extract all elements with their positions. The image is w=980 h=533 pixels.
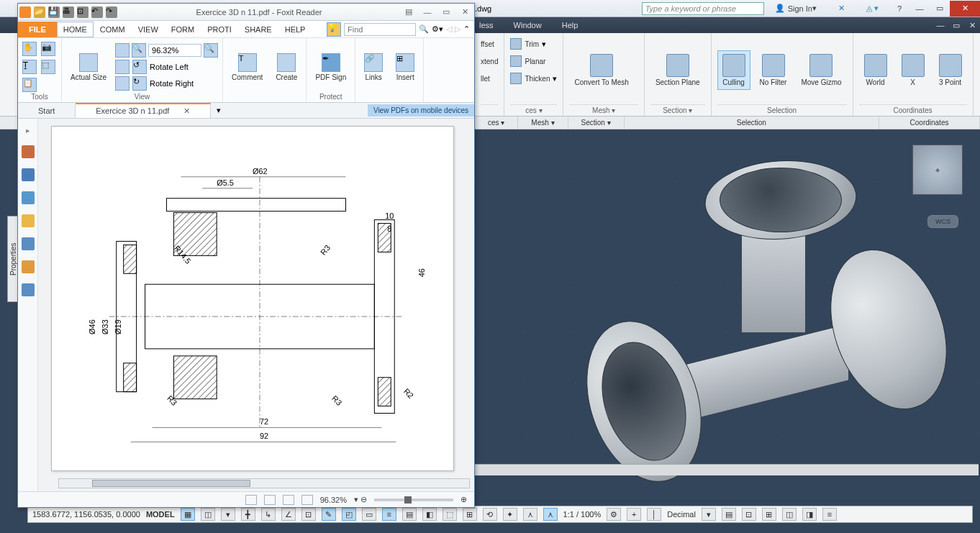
clipboard-icon[interactable]: 📋 [22,78,37,92]
comment-tab[interactable]: COMM [94,22,132,37]
form-tab[interactable]: FORM [165,22,201,37]
view-single-icon[interactable] [245,495,257,505]
foxit-minimize-button[interactable]: — [418,6,437,19]
signatures-icon[interactable] [22,283,35,296]
menu-less[interactable]: less [475,19,498,31]
mesh-tab[interactable]: Mesh ▾ [518,117,568,129]
ribbon-collapse-icon[interactable]: ⌃ [463,24,470,34]
section-tab[interactable]: Section ▾ [568,117,625,129]
grid-toggle[interactable]: ▦ [181,508,195,521]
rib-thicken[interactable]: Thicken ▾ [510,70,557,86]
mdi-minimize-button[interactable]: — [933,19,948,32]
create-button[interactable]: Create [271,52,301,83]
exchange-button[interactable]: ✕ [833,1,850,15]
acad-minimize-button[interactable]: — [909,1,930,16]
status-scale[interactable]: 1:1 / 100% [563,510,602,519]
rotate-left-icon[interactable]: ↺ [132,60,147,74]
menu-help[interactable]: Help [558,19,583,31]
acad-viewport[interactable]: ◈ WCS [475,132,979,475]
foxit-hscroll[interactable] [58,478,470,488]
fit-page-icon[interactable] [115,43,130,58]
selection-tab[interactable]: Selection [625,117,879,129]
acad-search-input[interactable]: Type a keyword or phrase [642,2,764,15]
convert-to-mesh-button[interactable]: Convert To Mesh [569,50,633,90]
save-icon[interactable]: 💾 [48,6,60,18]
pages-icon[interactable] [22,168,35,181]
zoom-combo[interactable] [148,44,201,57]
home-tab[interactable]: HOME [57,22,94,37]
actual-size-button[interactable]: Actual Size [66,52,111,83]
acad-close-button[interactable]: ✕ [950,1,980,17]
rib-extend[interactable]: xtend [481,53,498,69]
view-cont-icon[interactable] [264,495,276,505]
culling-button[interactable]: Culling [717,50,750,90]
mdi-close-button[interactable]: ✕ [964,19,980,32]
foxit-maximize-button[interactable]: ▭ [437,6,455,19]
select-annot-icon[interactable]: ⬚ [41,60,55,74]
x-button[interactable]: X [897,50,930,90]
bulb-icon[interactable]: 💡 [327,22,341,37]
snap-toggle[interactable]: ◫ [201,508,215,521]
status-units[interactable]: Decimal [667,510,696,519]
section-plane-button[interactable]: Section Plane [650,50,705,90]
wcs-badge[interactable]: WCS [927,215,958,228]
select-text-icon[interactable]: Ṯ [22,60,37,74]
viewcube[interactable]: ◈ [912,145,963,195]
share-tab[interactable]: SHARE [238,22,278,37]
rib-planar[interactable]: Planar [510,53,545,69]
rib-offset[interactable]: ffset [481,36,494,52]
start-tab[interactable]: Start [18,104,76,117]
help-icon[interactable]: ? [889,1,909,16]
comments-icon[interactable] [22,214,35,227]
insert-button[interactable]: ⊞Insert [391,52,419,83]
find-options-icon[interactable]: ⚙▾ [432,24,443,34]
world-button[interactable]: World [859,50,892,90]
print-icon[interactable]: 🖶 [63,6,74,18]
qat-icon[interactable]: ⊡ [77,6,89,18]
ribbon-toggle-icon[interactable]: ▤ [399,6,418,19]
help-tab[interactable]: HELP [278,22,312,37]
coords-tab[interactable]: Coordinates [879,117,980,129]
zoom-in-icon[interactable]: 🔍 [204,43,218,58]
zoom-out-icon[interactable]: 🔍 [132,43,146,58]
open-icon[interactable]: 📂 [34,6,45,18]
view-tab[interactable]: VIEW [132,22,165,37]
mobile-banner[interactable]: View PDFs on mobile devices [368,104,474,117]
viewport-scrollbar[interactable] [475,464,979,475]
layers-icon[interactable] [22,191,35,204]
acad-maximize-button[interactable]: ▭ [930,1,950,16]
find-next-icon[interactable]: ▷ [455,24,460,34]
attachments-icon[interactable] [22,237,35,250]
links-button[interactable]: 🔗Links [360,52,387,83]
rib-trim[interactable]: Trim ▾ [510,36,546,52]
mdi-restore-button[interactable]: ▭ [948,19,964,32]
comment-button[interactable]: TComment [227,52,267,83]
bookmarks-icon[interactable] [22,145,35,158]
undo-icon[interactable]: ↶ [91,6,103,18]
hand-tool-icon[interactable]: ✋ [22,42,37,56]
close-tab-icon[interactable]: ✕ [183,106,190,115]
pdf-sign-button[interactable]: ✒PDF Sign [311,52,350,83]
redo-icon[interactable]: ↷ [106,6,117,18]
protect-tab[interactable]: PROTI [201,22,238,37]
file-tab[interactable]: FILE [18,22,57,37]
foxit-page-area[interactable]: Ø62 Ø5.5 10 8 46 Ø46 Ø33 Ø19 R14.5 R3 72… [38,119,474,491]
view-cover-icon[interactable] [301,495,313,505]
doc-tab[interactable]: Exercice 3D n 11.pdf✕ [76,103,211,118]
snapshot-icon[interactable]: 📷 [41,42,55,56]
view-facing-icon[interactable] [283,495,294,505]
3point-button[interactable]: 3 Point [934,50,967,90]
find-prev-icon[interactable]: ◁ [446,24,452,34]
find-search-icon[interactable]: 🔍 [419,24,429,34]
ces-tab[interactable]: ces ▾ [475,117,518,129]
zoom-slider[interactable] [374,498,453,501]
rib-fillet[interactable]: llet [481,70,490,86]
status-model[interactable]: MODEL [146,510,175,519]
signin-button[interactable]: 👤 Sign In ▾ [770,1,822,15]
rotate-right-icon[interactable]: ↻ [132,76,147,91]
foxit-close-button[interactable]: ✕ [455,6,474,19]
zoom-out-button[interactable]: ▾ ⊖ [354,495,367,504]
move-gizmo-button[interactable]: Move Gizmo [796,50,846,90]
expand-icon[interactable]: ▸ [26,126,30,135]
security-icon[interactable] [22,260,35,273]
